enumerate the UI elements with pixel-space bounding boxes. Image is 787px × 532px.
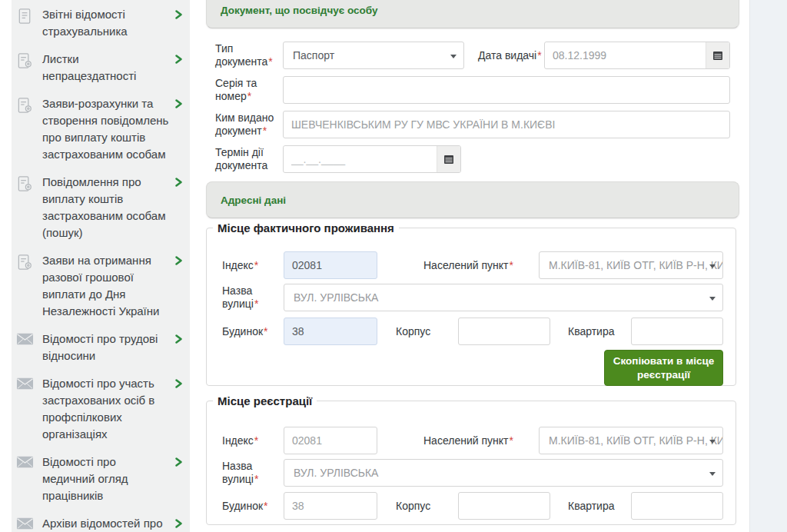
sidebar-item-label: Звітні відомості страхувальника <box>42 6 171 40</box>
chevron-down-icon <box>709 440 716 444</box>
residence-street-value: ВУЛ. УРЛІВСЬКА <box>294 291 378 304</box>
chevron-right-icon <box>174 254 184 267</box>
street-label: Назва вулиці* <box>222 284 284 311</box>
sidebar-item-medical-examination-info[interactable]: Відомості про медичний огляд працівників <box>12 454 190 504</box>
document-gear-icon <box>16 253 34 271</box>
apartment-label: Квартира <box>568 500 631 513</box>
section-header-address-data: Адресні дані <box>206 181 739 218</box>
section-header-identity-document: Документ, що посвідчує особу <box>206 0 739 28</box>
chevron-right-icon <box>174 377 184 390</box>
chevron-right-icon <box>174 333 184 345</box>
sidebar-item-label: Заяви на отримання разової грошової випл… <box>42 252 171 320</box>
registration-apartment-input[interactable] <box>631 492 723 520</box>
chevron-right-icon <box>174 53 184 65</box>
envelope-icon <box>16 331 34 350</box>
residence-block-input[interactable] <box>458 318 550 345</box>
settlement-label: Населений пункт* <box>423 434 539 447</box>
document-gear-icon <box>16 52 34 70</box>
chevron-right-icon <box>174 8 184 21</box>
required-marker: * <box>509 259 513 271</box>
calendar-icon[interactable] <box>706 42 729 68</box>
block-label: Корпус <box>396 325 458 338</box>
issued-by-input[interactable] <box>283 111 730 138</box>
required-marker: * <box>509 434 513 447</box>
sidebar-item-label: Архіви відомостей про трудові відносини <box>42 515 171 532</box>
section-title: Адресні дані <box>221 195 286 206</box>
chevron-down-icon <box>450 55 457 58</box>
sidebar-item-reporting-info[interactable]: Звітні відомості страхувальника <box>12 6 190 40</box>
required-marker: * <box>247 90 251 102</box>
sidebar-item-labor-relations-info[interactable]: Відомості про трудові відносини <box>12 331 190 364</box>
residence-index-input[interactable] <box>284 251 377 279</box>
building-label: Будинок* <box>222 325 284 338</box>
series-number-input[interactable] <box>283 76 730 104</box>
chevron-down-icon <box>709 297 716 301</box>
registration-street-value: ВУЛ. УРЛІВСЬКА <box>294 467 378 479</box>
sidebar-item-sick-leaves[interactable]: Листки непрацездатності <box>12 51 190 85</box>
sidebar-item-label: Заяви-розрахунки та створення повідомлен… <box>42 95 171 163</box>
required-marker: * <box>254 473 258 485</box>
doc-type-select[interactable]: Паспорт <box>283 42 464 69</box>
envelope-icon <box>16 454 34 473</box>
residence-settlement-select[interactable]: М.КИЇВ-81, КИЇВ ОТГ, КИЇВ Р-Н, КИЇВ ОБЛ <box>539 251 723 279</box>
registration-fieldset: Місце реєстрації Індекс* Населений пункт… <box>206 394 736 525</box>
doc-type-label: Тип документа* <box>215 42 283 68</box>
issue-date-label: Дата видачі* <box>478 49 544 62</box>
chevron-right-icon <box>174 98 184 110</box>
sidebar-item-labor-relations-archives[interactable]: Архіви відомостей про трудові відносини <box>12 515 190 532</box>
sidebar-item-union-participation-info[interactable]: Відомості про участь застрахованих осіб … <box>12 375 190 443</box>
copy-to-registration-button[interactable]: Скопіювати в місце реєстрації <box>604 350 723 386</box>
sidebar-item-label: Повідомлення про виплату коштів застрахо… <box>42 174 171 241</box>
sidebar-item-independence-day-payment[interactable]: Заяви на отримання разової грошової випл… <box>12 252 190 320</box>
residence-legend: Місце фактичного проживання <box>213 221 399 234</box>
residence-fieldset: Місце фактичного проживання Індекс* Насе… <box>206 221 736 386</box>
block-label: Корпус <box>396 500 458 513</box>
sidebar-menu: Звітні відомості страхувальника Листки н… <box>12 0 190 532</box>
required-marker: * <box>254 259 258 271</box>
envelope-icon <box>16 376 34 394</box>
sidebar-item-payment-applications[interactable]: Заяви-розрахунки та створення повідомлен… <box>12 95 190 163</box>
chevron-right-icon <box>174 456 184 468</box>
required-marker: * <box>254 434 258 447</box>
residence-building-input[interactable] <box>284 318 377 345</box>
document-icon <box>16 7 34 25</box>
registration-legend: Місце реєстрації <box>213 394 317 407</box>
calendar-icon[interactable] <box>437 146 460 172</box>
residence-street-select[interactable]: ВУЛ. УРЛІВСЬКА <box>284 284 723 311</box>
issue-date-input[interactable] <box>545 42 706 68</box>
issued-by-label: Ким видано документ* <box>215 111 283 138</box>
building-label: Будинок* <box>222 500 284 513</box>
validity-label: Термін дії документа <box>215 146 283 172</box>
residence-settlement-value: М.КИЇВ-81, КИЇВ ОТГ, КИЇВ Р-Н, КИЇВ ОБЛ <box>549 259 723 271</box>
residence-apartment-input[interactable] <box>631 318 723 345</box>
doc-type-value: Паспорт <box>293 49 334 62</box>
street-label: Назва вулиці* <box>222 460 284 486</box>
required-marker: * <box>254 298 258 310</box>
sidebar-item-payment-notifications-search[interactable]: Повідомлення про виплату коштів застрахо… <box>12 174 190 241</box>
section-title: Документ, що посвідчує особу <box>221 5 377 16</box>
registration-settlement-select[interactable]: М.КИЇВ-81, КИЇВ ОТГ, КИЇВ Р-Н, КИЇВ ОБЛ <box>539 427 723 454</box>
required-marker: * <box>264 500 267 512</box>
registration-street-select[interactable]: ВУЛ. УРЛІВСЬКА <box>284 459 723 487</box>
chevron-down-icon <box>709 264 716 268</box>
registration-building-input[interactable] <box>284 492 377 520</box>
registration-block-input[interactable] <box>458 492 550 520</box>
apartment-label: Квартира <box>568 325 631 338</box>
series-number-label: Серія та номер* <box>215 77 283 103</box>
chevron-right-icon <box>174 517 184 530</box>
sidebar-item-label: Відомості про медичний огляд працівників <box>42 454 171 504</box>
document-gear-icon <box>16 175 34 193</box>
main-form: Документ, що посвідчує особу Тип докумен… <box>206 0 739 532</box>
document-gear-icon <box>16 96 34 115</box>
registration-settlement-value: М.КИЇВ-81, КИЇВ ОТГ, КИЇВ Р-Н, КИЇВ ОБЛ <box>549 434 723 447</box>
registration-index-input[interactable] <box>284 427 377 454</box>
sidebar-item-label: Відомості про трудові відносини <box>42 331 171 364</box>
sidebar-item-label: Листки непрацездатності <box>42 51 171 85</box>
chevron-right-icon <box>174 176 184 188</box>
page-background <box>749 0 787 532</box>
chevron-down-icon <box>709 472 716 476</box>
validity-input[interactable] <box>284 146 437 172</box>
index-label: Індекс* <box>222 259 284 272</box>
sidebar-item-label: Відомості про участь застрахованих осіб … <box>42 375 171 443</box>
required-marker: * <box>264 325 267 337</box>
